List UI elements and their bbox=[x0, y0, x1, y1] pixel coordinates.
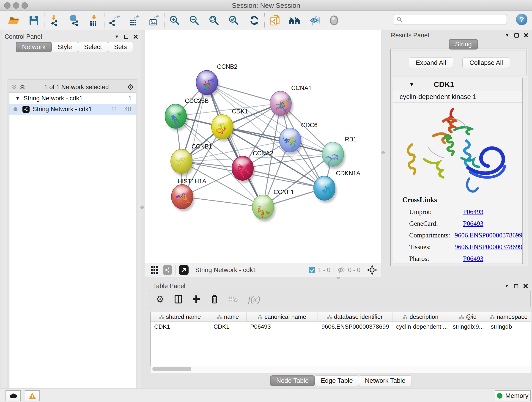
hierarchy-icon bbox=[217, 315, 222, 319]
show-panels-icon[interactable] bbox=[328, 14, 341, 27]
column-header-canonical-name[interactable]: canonical name bbox=[247, 312, 318, 322]
add-column-icon[interactable] bbox=[192, 295, 201, 303]
home-icon[interactable] bbox=[288, 14, 301, 27]
crosslink-link[interactable]: 9606.ENSP00000378699 bbox=[455, 231, 522, 239]
tab-node-table[interactable]: Node Table bbox=[270, 375, 315, 386]
table-cell[interactable]: CDK1 bbox=[210, 322, 247, 332]
delete-column-icon[interactable] bbox=[210, 294, 218, 304]
table-options-gear-icon[interactable]: ⚙ bbox=[156, 294, 164, 304]
table-cell[interactable]: cyclin-dependent ... bbox=[393, 322, 449, 332]
zoom-selected-icon[interactable] bbox=[227, 14, 240, 27]
tab-string[interactable]: String bbox=[449, 39, 478, 50]
protein-result-item: ▼ CDK1 cyclin-dependent kinase 1 bbox=[393, 78, 523, 264]
tab-network[interactable]: Network bbox=[16, 42, 52, 52]
help-button[interactable]: ? bbox=[516, 14, 527, 25]
table-cell[interactable]: CDK1 bbox=[151, 322, 210, 332]
column-header-shared-name[interactable]: shared name bbox=[151, 312, 210, 322]
network-collection-row[interactable]: ▼ String Network - cdk1 1 bbox=[9, 93, 136, 104]
results-panel-menu-icon[interactable]: ▼ bbox=[505, 33, 509, 38]
table-panel-float-icon[interactable] bbox=[514, 284, 518, 288]
table-cell[interactable]: P06493 bbox=[247, 322, 318, 332]
network-badge-icon[interactable] bbox=[163, 265, 172, 275]
results-panel-float-icon[interactable] bbox=[514, 33, 519, 38]
expand-all-icon[interactable] bbox=[19, 84, 26, 90]
export-image-icon[interactable] bbox=[147, 14, 160, 27]
hidden-eye-icon[interactable] bbox=[337, 267, 346, 274]
zoom-out-icon[interactable] bbox=[188, 14, 201, 27]
table-panel-close-icon[interactable] bbox=[523, 284, 528, 288]
network-node-ccna2[interactable]: CCNA2 bbox=[232, 150, 273, 183]
control-panel-float-icon[interactable] bbox=[124, 35, 128, 39]
show-columns-icon[interactable] bbox=[174, 294, 182, 304]
tab-select[interactable]: Select bbox=[78, 42, 108, 52]
memory-button[interactable]: Memory bbox=[495, 390, 531, 401]
column-header-namespace[interactable]: namespace bbox=[487, 312, 531, 322]
crosslink-link[interactable]: 9606.ENSP00000378699 bbox=[455, 243, 522, 251]
selected-checkbox-icon[interactable] bbox=[308, 266, 316, 274]
table-panel-menu-icon[interactable]: ▼ bbox=[505, 283, 509, 288]
open-in-window-icon[interactable] bbox=[179, 265, 189, 275]
network-node-rb1[interactable]: RB1 bbox=[322, 136, 356, 169]
table-hscrollbar[interactable] bbox=[150, 366, 531, 373]
tab-style[interactable]: Style bbox=[51, 42, 78, 52]
control-panel-menu-icon[interactable]: ▼ bbox=[114, 34, 119, 39]
grid-view-icon[interactable] bbox=[150, 266, 158, 274]
zoom-in-icon[interactable] bbox=[168, 14, 181, 27]
search-input[interactable] bbox=[403, 16, 500, 23]
network-node-ccne1[interactable]: CCNE1 bbox=[252, 189, 294, 222]
expand-all-button[interactable]: Expand All bbox=[409, 57, 453, 68]
column-header--id[interactable]: @id bbox=[449, 312, 487, 322]
right-splitter-handle[interactable] bbox=[381, 151, 385, 154]
network-node-ccnb1[interactable]: CCNB1 bbox=[171, 143, 212, 176]
open-session-icon[interactable] bbox=[8, 14, 21, 27]
crosslink-link[interactable]: P06493 bbox=[463, 220, 483, 227]
tab-edge-table[interactable]: Edge Table bbox=[315, 375, 359, 386]
collapse-all-icon[interactable] bbox=[11, 84, 18, 90]
network-node-cdkn1a[interactable]: CDKN1A bbox=[314, 170, 360, 203]
node-table[interactable]: shared namenamecanonical namedatabase id… bbox=[150, 312, 531, 366]
export-network-icon[interactable] bbox=[108, 14, 121, 27]
hide-panels-icon[interactable] bbox=[308, 14, 321, 27]
function-builder-icon[interactable]: f(x) bbox=[248, 294, 260, 304]
zoom-fit-icon[interactable] bbox=[208, 14, 220, 27]
cloud-status-button[interactable] bbox=[6, 390, 21, 401]
save-session-icon[interactable] bbox=[27, 14, 40, 27]
column-header-name[interactable]: name bbox=[210, 312, 247, 322]
table-cell[interactable]: stringdb bbox=[487, 322, 531, 332]
collection-expand-icon[interactable]: ▼ bbox=[15, 96, 20, 101]
network-node-hist1h1a[interactable]: HIST1H1A bbox=[171, 178, 206, 211]
left-splitter-handle[interactable] bbox=[140, 206, 144, 209]
table-hscrollbar-thumb[interactable] bbox=[152, 367, 191, 371]
network-node-cdc25b[interactable]: CDC25B bbox=[165, 97, 209, 131]
column-header-database-identifier[interactable]: database identifier bbox=[318, 312, 393, 322]
network-row-selected[interactable]: String Network - cdk1 11 48 bbox=[9, 104, 136, 115]
tab-sets[interactable]: Sets bbox=[108, 42, 133, 52]
network-canvas[interactable]: CCNB2CCNA1CDC25BCDK1CDC6RB1CCNB1CCNA2CDK… bbox=[145, 30, 381, 263]
crosslink-label: GeneCard: bbox=[409, 220, 463, 227]
tab-network-table[interactable]: Network Table bbox=[359, 375, 412, 386]
refresh-view-icon[interactable] bbox=[248, 14, 261, 27]
crosslink-link[interactable]: P06493 bbox=[463, 208, 483, 216]
import-table-icon[interactable] bbox=[88, 14, 100, 27]
results-scrollbar[interactable] bbox=[523, 78, 526, 264]
protein-collapse-icon[interactable]: ▼ bbox=[409, 82, 414, 88]
table-cell[interactable]: 9606.ENSP00000378699 bbox=[318, 322, 393, 332]
clone-network-icon[interactable] bbox=[268, 14, 281, 27]
delete-table-icon[interactable] bbox=[228, 296, 238, 303]
network-node-ccna1[interactable]: CCNA1 bbox=[270, 85, 312, 118]
table-cell[interactable]: stringdb:9... bbox=[449, 322, 487, 332]
table-row[interactable]: CDK1CDK1P064939606.ENSP00000378699cyclin… bbox=[151, 322, 531, 332]
network-node-ccnb2[interactable]: CCNB2 bbox=[196, 63, 237, 97]
crosslink-link[interactable]: P06493 bbox=[463, 255, 483, 262]
column-header-description[interactable]: description bbox=[393, 312, 449, 322]
warning-status-button[interactable] bbox=[25, 390, 40, 401]
export-table-icon[interactable] bbox=[128, 14, 141, 27]
collapse-all-button[interactable]: Collapse All bbox=[462, 57, 510, 68]
fit-selected-crosshair-icon[interactable] bbox=[367, 265, 377, 275]
import-network-from-database-icon[interactable] bbox=[68, 14, 81, 27]
results-panel-close-icon[interactable] bbox=[524, 33, 528, 38]
control-panel-close-icon[interactable] bbox=[133, 34, 138, 39]
network-options-gear-icon[interactable]: ⚙ bbox=[127, 83, 134, 91]
search-field[interactable] bbox=[394, 14, 507, 25]
import-network-icon[interactable] bbox=[48, 14, 61, 27]
